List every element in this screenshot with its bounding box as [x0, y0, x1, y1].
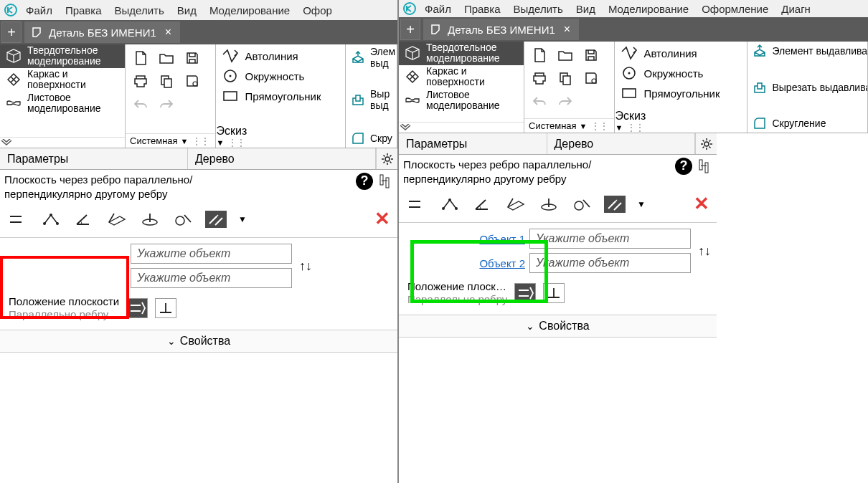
modes-expand-icon[interactable]	[399, 122, 524, 133]
cmd-cut-extrude[interactable]: Вырезать выдавливанием	[752, 80, 863, 95]
object2-input[interactable]: Укажите объект	[529, 253, 691, 273]
plane-edge-parallel-icon[interactable]	[205, 211, 227, 228]
cmd-extrude[interactable]: Элемент выдавливания	[752, 43, 863, 59]
save-doc-icon[interactable]	[183, 49, 202, 67]
menu-format[interactable]: Офор	[297, 3, 338, 18]
menu-edit[interactable]: Правка	[458, 1, 506, 16]
group-system-dropdown-icon[interactable]: ▼	[580, 122, 588, 130]
modes-expand-icon[interactable]	[0, 137, 125, 148]
mode-sheetmetal[interactable]: Листовое моделирование	[0, 92, 125, 115]
group-sketch-dropdown-icon[interactable]: ▼	[615, 123, 623, 132]
option-parallel-icon[interactable]	[126, 298, 148, 318]
cmd-circle[interactable]: Окружность	[621, 64, 741, 82]
panel-settings-icon[interactable]	[376, 148, 397, 169]
panel-settings-icon[interactable]	[695, 133, 717, 154]
tab-parameters[interactable]: Параметры	[0, 148, 188, 169]
swap-objects-icon[interactable]: ↑↓	[296, 259, 315, 274]
plane-3points-icon[interactable]	[439, 196, 461, 213]
copy-icon[interactable]	[157, 72, 176, 90]
copy-icon[interactable]	[556, 69, 575, 87]
menu-model[interactable]: Моделирование	[204, 3, 296, 18]
plane-through-edge-icon[interactable]	[505, 196, 527, 213]
help-icon[interactable]: ?	[675, 158, 692, 175]
pin-panel-icon[interactable]	[695, 158, 712, 175]
new-tab-button[interactable]: +	[1, 21, 22, 43]
menu-select[interactable]: Выделить	[109, 3, 170, 18]
close-tab-icon[interactable]: ×	[162, 26, 174, 39]
tab-parameters[interactable]: Параметры	[399, 133, 547, 154]
menu-diag[interactable]: Диагн	[775, 1, 816, 16]
option-perpendicular-icon[interactable]	[155, 298, 176, 318]
plane-tangent-icon[interactable]	[172, 211, 194, 228]
document-tab[interactable]: Деталь БЕЗ ИМЕНИ1 ×	[24, 21, 180, 43]
object1-input[interactable]: Укажите объект	[131, 244, 292, 264]
open-doc-icon[interactable]	[556, 46, 575, 64]
plane-edge-parallel-icon[interactable]	[604, 196, 626, 213]
cmd-rectangle[interactable]: Прямоугольник	[222, 87, 339, 105]
cmd-autoline[interactable]: Автолиния	[621, 44, 741, 62]
pin-panel-icon[interactable]	[376, 173, 393, 190]
tab-tree[interactable]: Дерево	[188, 148, 376, 169]
group-system-handle-icon[interactable]: ⋮⋮	[590, 121, 610, 131]
redo-icon[interactable]	[157, 95, 176, 113]
new-doc-icon[interactable]	[530, 46, 549, 64]
save-as-icon[interactable]	[582, 69, 600, 87]
plane-normal-icon[interactable]	[139, 211, 161, 228]
undo-icon[interactable]	[131, 95, 150, 113]
cmd-circle[interactable]: Окружность	[222, 67, 339, 85]
cmd-extrude[interactable]: Элемвыд	[350, 46, 392, 69]
new-doc-icon[interactable]	[131, 49, 150, 67]
group-sketch-handle-icon[interactable]: ⋮⋮	[227, 138, 247, 148]
group-system-dropdown-icon[interactable]: ▼	[181, 137, 189, 145]
group-system-handle-icon[interactable]: ⋮⋮	[191, 136, 211, 146]
object1-input[interactable]: Укажите объект	[529, 229, 691, 249]
menu-format[interactable]: Оформление	[696, 1, 774, 16]
cmd-cut-extrude[interactable]: Вырвыд	[350, 88, 392, 111]
cmd-rectangle[interactable]: Прямоугольник	[621, 85, 741, 102]
cmd-fillet[interactable]: Скругление	[752, 115, 863, 131]
open-doc-icon[interactable]	[157, 49, 176, 67]
plane-dropdown-icon[interactable]: ▼	[637, 199, 646, 209]
save-as-icon[interactable]	[183, 72, 202, 90]
plane-tangent-icon[interactable]	[571, 196, 593, 213]
menu-file[interactable]: Файл	[419, 1, 457, 16]
undo-icon[interactable]	[530, 92, 549, 110]
save-doc-icon[interactable]	[582, 46, 600, 64]
cancel-command-icon[interactable]: ✕	[374, 208, 390, 230]
print-icon[interactable]	[530, 69, 549, 87]
object2-input[interactable]: Укажите объект	[131, 268, 292, 288]
plane-angle-icon[interactable]	[472, 196, 494, 213]
new-tab-button[interactable]: +	[400, 19, 420, 40]
menu-file[interactable]: Файл	[20, 3, 58, 18]
redo-icon[interactable]	[556, 92, 575, 110]
menu-edit[interactable]: Правка	[60, 3, 108, 18]
plane-3points-icon[interactable]	[40, 211, 62, 228]
cmd-autoline[interactable]: Автолиния	[222, 47, 339, 64]
tab-tree[interactable]: Дерево	[547, 133, 696, 154]
menu-view[interactable]: Вид	[570, 1, 601, 16]
mode-sheetmetal[interactable]: Листовое моделирование	[399, 89, 524, 113]
menu-model[interactable]: Моделирование	[603, 1, 694, 16]
group-sketch-handle-icon[interactable]: ⋮⋮	[626, 123, 646, 133]
mode-wireframe[interactable]: Каркас и поверхности	[0, 68, 125, 92]
plane-angle-icon[interactable]	[73, 211, 95, 228]
cancel-command-icon[interactable]: ✕	[694, 193, 709, 215]
plane-offset-icon[interactable]	[7, 211, 29, 228]
document-tab[interactable]: Деталь БЕЗ ИМЕНИ1 ×	[423, 19, 579, 40]
swap-objects-icon[interactable]: ↑↓	[695, 244, 714, 259]
help-icon[interactable]: ?	[356, 173, 373, 190]
properties-expander[interactable]: ⌄ Свойства	[0, 330, 397, 353]
print-icon[interactable]	[131, 72, 150, 90]
mode-wireframe[interactable]: Каркас и поверхности	[399, 65, 524, 89]
properties-expander[interactable]: ⌄ Свойства	[399, 315, 717, 338]
mode-solid[interactable]: Твердотельное моделирование	[0, 44, 125, 68]
close-tab-icon[interactable]: ×	[561, 23, 573, 36]
cmd-fillet[interactable]: Скру	[350, 130, 392, 146]
plane-normal-icon[interactable]	[538, 196, 560, 213]
menu-select[interactable]: Выделить	[508, 1, 569, 16]
plane-offset-icon[interactable]	[406, 196, 428, 213]
mode-solid[interactable]: Твердотельное моделирование	[399, 42, 524, 65]
group-sketch-dropdown-icon[interactable]: ▼	[216, 138, 224, 147]
plane-through-edge-icon[interactable]	[106, 211, 128, 228]
menu-view[interactable]: Вид	[171, 3, 202, 18]
